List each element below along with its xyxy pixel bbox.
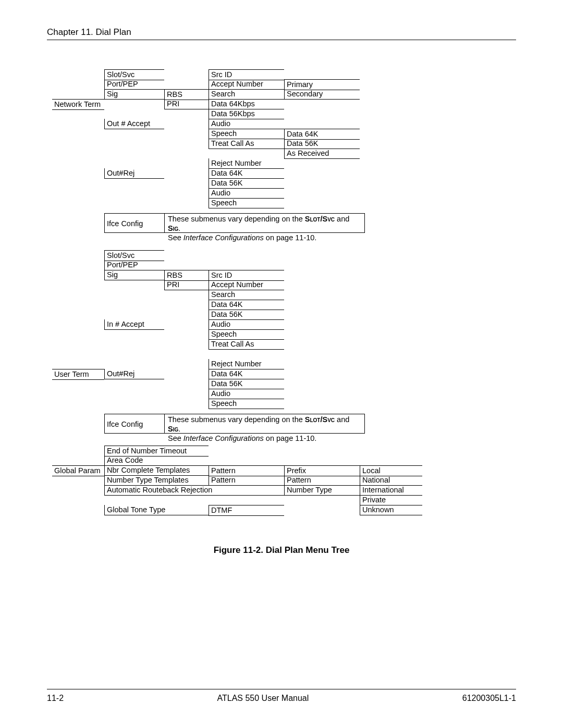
figure-caption: Figure 11-2. Dial Plan Menu Tree bbox=[0, 545, 563, 556]
c4-d56k2: Data 56K bbox=[209, 310, 284, 320]
c4-audio2: Audio bbox=[209, 188, 284, 199]
c4-d64kbps: Data 64Kbps bbox=[209, 99, 284, 109]
c2-auto-route: Automatic Routeback Rejection bbox=[104, 485, 284, 496]
note-ital: Interface Configurations bbox=[183, 233, 264, 242]
note-post: on page 11-10. bbox=[264, 233, 317, 242]
c2-nbr-type: Number Type Templates bbox=[104, 475, 209, 486]
c2-in-accept: In # Accept bbox=[104, 319, 164, 330]
c2-out-rej: Out#Rej bbox=[104, 168, 164, 179]
c2-out-rej2: Out#Rej bbox=[104, 369, 164, 379]
c6-national: National bbox=[360, 475, 422, 486]
c4-search2: Search bbox=[209, 290, 284, 300]
c2-sig: Sig bbox=[104, 89, 164, 100]
c4-audio4: Audio bbox=[209, 389, 284, 399]
note2-dot: . bbox=[178, 425, 180, 433]
c2-ifce-config2: Ifce Config bbox=[104, 414, 164, 434]
c4-pattern2: Pattern bbox=[209, 475, 284, 486]
footer-right: 61200305L1-1 bbox=[462, 694, 516, 703]
c3-rbs2: RBS bbox=[164, 270, 209, 281]
c4-accept2: Accept Number bbox=[209, 280, 284, 290]
c4-speech2: Speech bbox=[209, 198, 284, 208]
note-dot: . bbox=[178, 224, 180, 232]
note2-slotsvc: Slot/Svc bbox=[305, 415, 335, 424]
note-slotsvc: Slot/Svc bbox=[305, 215, 335, 223]
c4-speech3: Speech bbox=[209, 329, 284, 340]
note2-sig: Sig bbox=[168, 425, 178, 433]
c4-treat2: Treat Call As bbox=[209, 339, 284, 350]
c2-port-pep: Port/PEP bbox=[104, 79, 164, 90]
c5-nbrtype: Number Type bbox=[284, 485, 360, 496]
note-see: See bbox=[168, 233, 183, 242]
c3-rbs: RBS bbox=[164, 89, 209, 100]
footer-center: ATLAS 550 User Manual bbox=[217, 694, 309, 703]
note2-post: on page 11-10. bbox=[264, 434, 317, 442]
note-and: and bbox=[335, 215, 349, 223]
c6-intl: International bbox=[360, 485, 422, 496]
c4-d64k3: Data 64K bbox=[209, 369, 284, 379]
c5-primary: Primary bbox=[284, 79, 360, 90]
note2-and: and bbox=[335, 415, 349, 424]
c2-area-code: Area Code bbox=[104, 455, 209, 466]
c6-local: Local bbox=[360, 465, 422, 476]
c4-accept: Accept Number bbox=[209, 79, 284, 90]
note2-pre: These submenus vary depending on the bbox=[168, 415, 305, 424]
c5-secondary: Secondary bbox=[284, 89, 360, 100]
c6-private: Private bbox=[360, 495, 422, 505]
c5-d64k: Data 64K bbox=[284, 129, 360, 140]
col1-user-term: User Term bbox=[52, 369, 104, 380]
c4-speech: Speech bbox=[209, 129, 284, 139]
c3-pri2: PRI bbox=[164, 280, 209, 290]
note-sig: Sig bbox=[168, 224, 178, 232]
chapter-header: Chapter 11. Dial Plan bbox=[47, 27, 516, 38]
note2-see: See bbox=[168, 434, 183, 442]
col1-network-term: Network Term bbox=[52, 99, 104, 110]
c5-prefix: Prefix bbox=[284, 465, 360, 476]
c4-d56k: Data 56K bbox=[209, 178, 284, 189]
c2-slot-svc: Slot/Svc bbox=[104, 69, 164, 80]
c5-pattern: Pattern bbox=[284, 475, 360, 486]
c4-d64k2: Data 64K bbox=[209, 300, 284, 310]
c2-eon: End of Number Timeout bbox=[104, 446, 209, 456]
note-pre: These submenus vary depending on the bbox=[168, 215, 305, 223]
c4-speech4: Speech bbox=[209, 399, 284, 409]
ifce-note-2: These submenus vary depending on the Slo… bbox=[164, 414, 365, 434]
header-rule bbox=[47, 40, 516, 40]
note2-ital: Interface Configurations bbox=[183, 434, 264, 442]
c2-port-pep2: Port/PEP bbox=[104, 260, 164, 270]
c2-out-accept: Out # Accept bbox=[104, 119, 164, 129]
c4-src-id: Src ID bbox=[209, 69, 284, 80]
c2-sig2: Sig bbox=[104, 270, 164, 280]
c4-dtmf: DTMF bbox=[209, 505, 284, 516]
c4-srcid2: Src ID bbox=[209, 270, 284, 281]
c4-search: Search bbox=[209, 89, 284, 100]
c4-treat: Treat Call As bbox=[209, 139, 284, 149]
c4-reject: Reject Number bbox=[209, 158, 284, 169]
c2-slot-svc2: Slot/Svc bbox=[104, 250, 164, 261]
c3-pri: PRI bbox=[164, 99, 209, 109]
page-footer: 11-2 ATLAS 550 User Manual 61200305L1-1 bbox=[47, 689, 516, 703]
c6-unknown: Unknown bbox=[360, 505, 422, 515]
c2-ifce-config: Ifce Config bbox=[104, 213, 164, 233]
c4-reject2: Reject Number bbox=[209, 359, 284, 369]
ifce-note-1: These submenus vary depending on the Slo… bbox=[164, 213, 365, 233]
c2-nbr-compl: Nbr Complete Templates bbox=[104, 465, 209, 476]
c4-d56k3: Data 56K bbox=[209, 379, 284, 389]
c4-audio: Audio bbox=[209, 119, 284, 129]
c4-d56kbps: Data 56Kbps bbox=[209, 109, 284, 119]
c4-pattern: Pattern bbox=[209, 465, 284, 476]
footer-left: 11-2 bbox=[47, 694, 64, 703]
c5-d56k: Data 56K bbox=[284, 139, 360, 149]
col1-global-param: Global Param bbox=[52, 465, 104, 476]
c4-audio3: Audio bbox=[209, 319, 284, 330]
c4-d64k: Data 64K bbox=[209, 168, 284, 179]
c5-asrecv: As Received bbox=[284, 149, 360, 159]
c2-global-tone: Global Tone Type bbox=[104, 505, 209, 515]
